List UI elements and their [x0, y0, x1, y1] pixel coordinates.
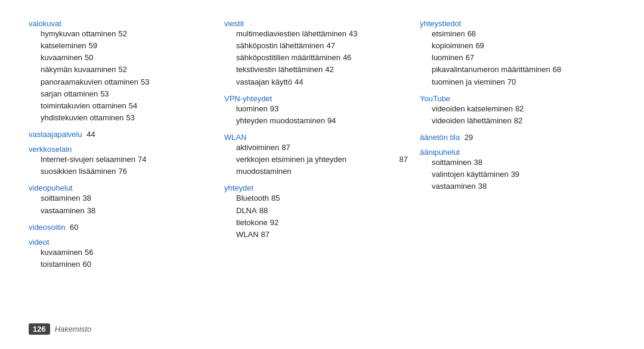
entry-num: 68 — [467, 28, 476, 40]
entry-num: 46 — [343, 52, 351, 64]
page-number: 126 — [29, 323, 50, 335]
entry-text: valintojen käyttäminen — [432, 169, 509, 180]
section-1-0: viestitmultimediaviestien lähettäminen 4… — [224, 19, 408, 88]
entry-text: vastaaminen — [41, 205, 85, 217]
entry-text: panoraamakuvien ottaminen — [41, 76, 138, 88]
list-item: sarjan ottaminen 53 — [29, 88, 212, 100]
entry-text: tekstiviestin lähettäminen — [236, 64, 323, 76]
entry-num: 70 — [507, 76, 516, 88]
entry-num: 56 — [85, 247, 93, 258]
entry-text: tietokone — [236, 217, 268, 229]
entry-text: sähköpostin lähettäminen — [236, 40, 324, 52]
entry-text: vastaaminen — [432, 180, 476, 192]
section-title-text: videopuhelut — [29, 183, 73, 192]
footer: 126 Hakemisto — [29, 323, 615, 335]
section-1-3: yhteydetBluetooth 85DLNA 88tietokone 92W… — [224, 183, 408, 241]
entry-num: 87 — [400, 154, 408, 177]
list-item: tuominen ja vieminen 70 — [420, 76, 603, 88]
entry-num: 74 — [138, 154, 146, 166]
section-title-text: valokuvat — [29, 19, 61, 28]
section-2-1: YouTubevideoiden katseleminen 82videoide… — [420, 94, 603, 127]
list-item: kuvaaminen 50 — [29, 52, 212, 64]
entry-text: luominen — [236, 103, 268, 115]
entry-text: verkkojen etsiminen ja yhteyden muodosta… — [236, 154, 397, 177]
entry-text: toistaminen — [41, 258, 80, 270]
list-item: luominen 67 — [420, 52, 603, 64]
list-item: pikavalintanumeron määrittäminen 68 — [420, 64, 603, 76]
list-item: DLNA 88 — [224, 205, 408, 217]
list-item: kopioiminen 69 — [420, 40, 603, 52]
entry-num: 53 — [141, 76, 149, 88]
entry-num: 88 — [259, 205, 268, 217]
entry-text: suosikkien lisääminen — [41, 166, 116, 177]
entry-num: 52 — [118, 64, 126, 76]
section-title-text: viestit — [224, 19, 244, 28]
section-0-1: vastaajapalvelu 44 — [29, 130, 212, 139]
section-2-0: yhteystiedotetsiminen 68kopioiminen 69lu… — [420, 19, 603, 88]
entry-text: kuvaaminen — [41, 52, 82, 64]
entry-num: 85 — [271, 192, 280, 204]
section-title-text: vastaajapalvelu — [29, 130, 82, 139]
entry-num: 87 — [281, 142, 290, 154]
entry-text: kopioiminen — [432, 40, 473, 52]
list-item: soittaminen 38 — [29, 192, 212, 204]
section-0-3: videopuhelutsoittaminen 38vastaaminen 38 — [29, 183, 212, 216]
section-title-num: 60 — [67, 223, 78, 232]
entry-text: WLAN — [236, 229, 259, 241]
section-title: YouTube — [420, 94, 603, 103]
list-item: vastaaminen 38 — [29, 205, 212, 217]
entry-num: 50 — [85, 52, 93, 64]
section-title-text: YouTube — [420, 94, 450, 103]
entry-text: multimediaviestien lähettäminen — [236, 28, 346, 40]
list-item: tietokone 92 — [224, 217, 408, 229]
list-item: multimediaviestien lähettäminen 43 — [224, 28, 408, 40]
list-item: katseleminen 59 — [29, 40, 212, 52]
section-title-text: videosoitin — [29, 223, 65, 232]
section-title-text: WLAN — [224, 133, 247, 142]
section-title: yhteydet — [224, 183, 408, 192]
list-item: videoiden katseleminen 82 — [420, 103, 603, 115]
entry-text: luominen — [432, 52, 463, 64]
column-2: yhteystiedotetsiminen 68kopioiminen 69lu… — [420, 19, 615, 319]
entry-num: 82 — [515, 103, 524, 115]
entry-num: 68 — [553, 64, 561, 76]
section-title-text: yhteydet — [224, 183, 253, 192]
list-item: vastaaminen 38 — [420, 180, 603, 192]
section-title: äänipuhelut — [420, 148, 603, 157]
entry-num: 94 — [327, 115, 336, 127]
entry-text: videoiden katseleminen — [432, 103, 513, 115]
section-title: WLAN — [224, 133, 408, 142]
list-item: valintojen käyttäminen 39 — [420, 169, 603, 180]
entry-num: 52 — [118, 28, 126, 40]
section-title-num: 44 — [85, 130, 95, 139]
entry-num: 39 — [511, 169, 519, 180]
section-title: VPN-yhteydet — [224, 94, 408, 103]
section-0-4: videosoitin 60 — [29, 223, 212, 232]
entry-num: 47 — [326, 40, 335, 52]
list-item: aktivoiminen 87 — [224, 142, 408, 154]
section-title: valokuvat — [29, 19, 212, 28]
section-2-3: äänipuhelutsoittaminen 38valintojen käyt… — [420, 148, 603, 192]
column-0: valokuvathymykuvan ottaminen 52katselemi… — [29, 19, 224, 319]
entry-text: Internet-sivujen selaaminen — [41, 154, 135, 166]
section-title: viestit — [224, 19, 408, 28]
page: valokuvathymykuvan ottaminen 52katselemi… — [0, 0, 644, 349]
entry-text: pikavalintanumeron määrittäminen — [432, 64, 550, 76]
section-title: vastaajapalvelu 44 — [29, 130, 212, 139]
list-item: Internet-sivujen selaaminen 74 — [29, 154, 212, 166]
list-item: soittaminen 38 — [420, 157, 603, 169]
entry-text: Bluetooth — [236, 192, 269, 204]
section-2-2: äänetön tila 29 — [420, 133, 603, 142]
section-title-text: äänipuhelut — [420, 148, 460, 157]
entry-num: 43 — [349, 28, 357, 40]
list-item: yhteyden muodostaminen 94 — [224, 115, 408, 127]
section-title-text: videot — [29, 238, 49, 247]
section-0-5: videotkuvaaminen 56toistaminen 60 — [29, 238, 212, 270]
list-item: verkkojen etsiminen ja yhteyden muodosta… — [224, 154, 408, 177]
entry-text: toimintakuvien ottaminen — [41, 100, 126, 112]
entry-text: tuominen ja vieminen — [432, 76, 505, 88]
list-item: tekstiviestin lähettäminen 42 — [224, 64, 408, 76]
footer-label: Hakemisto — [55, 325, 91, 334]
entry-num: 82 — [514, 115, 522, 127]
list-item: kuvaaminen 56 — [29, 247, 212, 258]
